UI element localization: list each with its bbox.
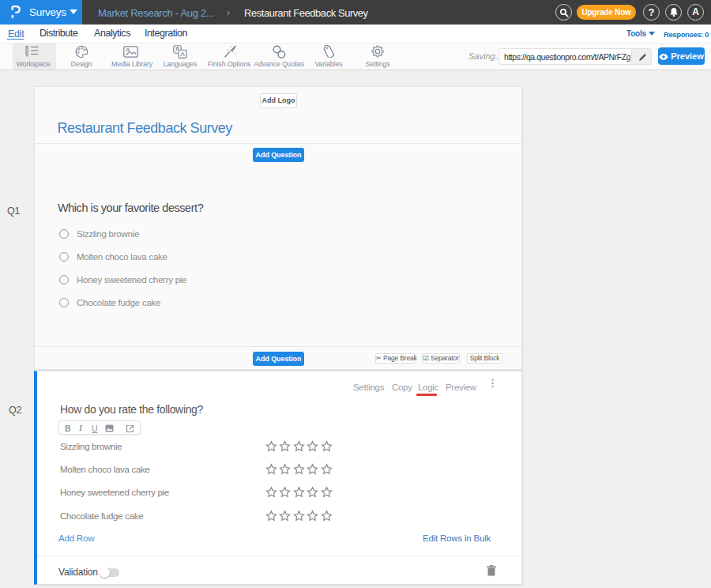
svg-text:A: A [181, 51, 186, 58]
